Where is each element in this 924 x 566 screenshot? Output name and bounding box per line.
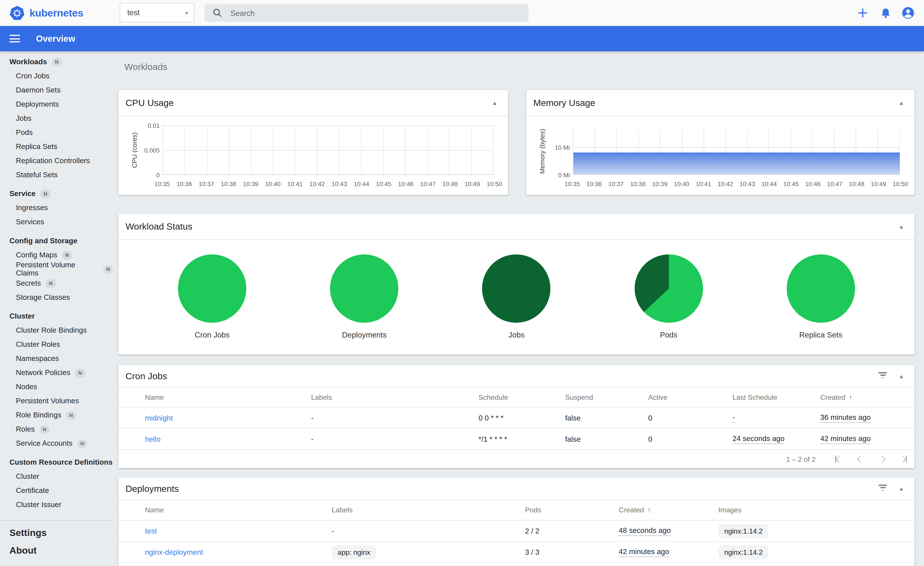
kubernetes-logo[interactable]: kubernetes: [9, 5, 83, 21]
charts-row: CPU Usage ▲ 0.01 0.005 0 CPU (cores) 10:…: [118, 90, 915, 195]
sidebar-nav: Workloads N Cron Jobs Daemon Sets: [0, 51, 113, 512]
new-badge: N: [62, 250, 72, 259]
last-page-button[interactable]: [893, 452, 915, 466]
sidebar-item[interactable]: Persistent Volumes: [0, 394, 113, 408]
sidebar-item[interactable]: Nodes: [0, 380, 113, 394]
namespace-select[interactable]: test ▾: [120, 3, 195, 22]
sidebar-item[interactable]: Secrets N: [0, 276, 113, 290]
pie-chart: [178, 254, 246, 322]
sidebar-item[interactable]: Cluster Issuer: [0, 497, 113, 512]
cpu-xtick: 10:46: [396, 180, 415, 187]
deployment-name-link[interactable]: nginx-deployment: [145, 548, 203, 556]
sidebar-item[interactable]: Services: [0, 215, 113, 229]
sidebar-item[interactable]: Service Accounts N: [0, 436, 113, 451]
cell-schedule: */1 * * * *: [476, 435, 562, 443]
sidebar-section-label: Config and Storage: [9, 237, 78, 245]
cpu-xtick: 10:35: [153, 180, 171, 187]
memory-chart-plot: [573, 129, 900, 175]
sidebar-item[interactable]: Network Policies N: [0, 366, 113, 380]
sidebar-item[interactable]: Roles N: [0, 422, 113, 436]
logo-wordmark: kubernetes: [29, 7, 83, 19]
col-created-sort[interactable]: Created ↑: [817, 393, 885, 401]
cronjob-name-link[interactable]: midnight: [145, 414, 173, 422]
notifications-button[interactable]: [879, 6, 892, 19]
pie-chart-label: Cron Jobs: [195, 331, 230, 339]
sidebar-section-header[interactable]: Cluster: [0, 309, 113, 323]
status-pie: Deployments: [320, 254, 408, 339]
collapse-icon[interactable]: ▲: [896, 371, 906, 381]
filter-icon[interactable]: [878, 371, 888, 381]
deployment-name-link[interactable]: test: [145, 527, 157, 535]
collapse-icon[interactable]: ▲: [490, 97, 500, 108]
sidebar-section-header[interactable]: Config and Storage: [0, 234, 113, 248]
memory-xtick: 10:45: [782, 180, 800, 187]
search-input[interactable]: [229, 8, 529, 18]
cell-labels: -: [332, 527, 334, 535]
cronjob-name-link[interactable]: hello: [145, 435, 160, 443]
memory-xtick: 10:46: [803, 180, 822, 187]
sidebar-item[interactable]: Replication Controllers: [0, 154, 113, 168]
sidebar-item[interactable]: Certificate: [0, 484, 113, 497]
sidebar-item[interactable]: Cluster Role Bindings: [0, 323, 113, 337]
sidebar-item[interactable]: Persistent Volume Claims N: [0, 262, 113, 276]
memory-xtick: 10:50: [891, 180, 910, 187]
sidebar-item[interactable]: Deployments: [0, 97, 113, 111]
sidebar-item[interactable]: Config Maps N: [0, 248, 113, 262]
cell-active: 0: [645, 435, 729, 443]
menu-button[interactable]: [9, 34, 20, 42]
sidebar-item[interactable]: Replica Sets: [0, 139, 113, 154]
sidebar-footer-item[interactable]: About: [0, 543, 113, 558]
account-button[interactable]: [902, 6, 915, 19]
cell-created: 42 minutes ago: [619, 548, 669, 557]
cpu-xtick: 10:48: [441, 180, 459, 187]
top-header: kubernetes test ▾: [0, 0, 924, 26]
collapse-icon[interactable]: ▲: [896, 483, 906, 494]
sidebar-section-header[interactable]: Service N: [0, 187, 113, 201]
sidebar-item[interactable]: Role Bindings N: [0, 408, 113, 422]
new-badge: N: [39, 425, 50, 434]
sidebar-section-label: Cluster: [9, 312, 35, 320]
cell-pods: 3 / 3: [522, 548, 616, 556]
first-page-button[interactable]: [827, 452, 849, 466]
main-panel: Workloads CPU Usage ▲ 0.01 0.005 0 CPU (…: [118, 51, 915, 566]
sidebar-item[interactable]: Ingresses: [0, 201, 113, 215]
sidebar-item[interactable]: Storage Classes: [0, 290, 113, 304]
cpu-xtick: 10:42: [308, 180, 327, 187]
sidebar-item[interactable]: Daemon Sets: [0, 83, 113, 97]
sidebar-item[interactable]: Stateful Sets: [0, 168, 113, 182]
kubernetes-wheel-icon: [9, 5, 25, 21]
col-created-sort[interactable]: Created ↑: [616, 506, 716, 514]
sidebar-item[interactable]: Namespaces: [0, 352, 113, 366]
collapse-icon[interactable]: ▲: [896, 221, 906, 232]
cell-suspend: false: [562, 414, 645, 422]
sidebar-footer: Settings About: [0, 513, 113, 558]
sidebar-item[interactable]: Pods: [0, 126, 113, 139]
add-resource-button[interactable]: [856, 6, 869, 19]
plus-icon: [857, 7, 868, 19]
sidebar-item-label: Replication Controllers: [16, 157, 90, 165]
sidebar-footer-item[interactable]: Settings: [0, 526, 113, 541]
sidebar-section-header[interactable]: Custom Resource Definitions: [0, 455, 113, 469]
next-page-button[interactable]: [871, 452, 893, 466]
previous-page-button[interactable]: [849, 452, 871, 466]
sidebar-section-header[interactable]: Workloads N: [0, 55, 113, 69]
sidebar-item[interactable]: Cron Jobs: [0, 69, 113, 83]
sidebar-section-label: Workloads: [9, 58, 47, 66]
memory-y-axis-label: Memory (bytes): [538, 129, 546, 174]
collapse-icon[interactable]: ▲: [896, 97, 906, 108]
cron-jobs-title: Cron Jobs: [126, 371, 167, 381]
sidebar-item[interactable]: Cluster: [0, 469, 113, 484]
cron-jobs-table-body: midnight - 0 0 * * * false 0 - 36 minute…: [118, 407, 915, 450]
sidebar-item[interactable]: Cluster Roles: [0, 337, 113, 352]
sidebar-item-label: Cluster: [16, 472, 39, 481]
col-name: Name: [142, 506, 329, 514]
memory-xtick: 10:48: [847, 180, 866, 187]
cpu-x-axis: 10:3510:3610:3710:3810:3910:4010:4110:42…: [153, 180, 504, 187]
sidebar-item-label: Roles: [16, 425, 34, 433]
cell-created: 42 minutes ago: [820, 434, 870, 444]
col-schedule: Schedule: [476, 393, 562, 401]
sidebar-item-label: Cluster Role Bindings: [16, 326, 87, 334]
sidebar-item[interactable]: Jobs: [0, 111, 113, 126]
table-row: hello - */1 * * * * false 0 24 seconds a…: [118, 429, 915, 450]
filter-icon[interactable]: [878, 484, 888, 493]
